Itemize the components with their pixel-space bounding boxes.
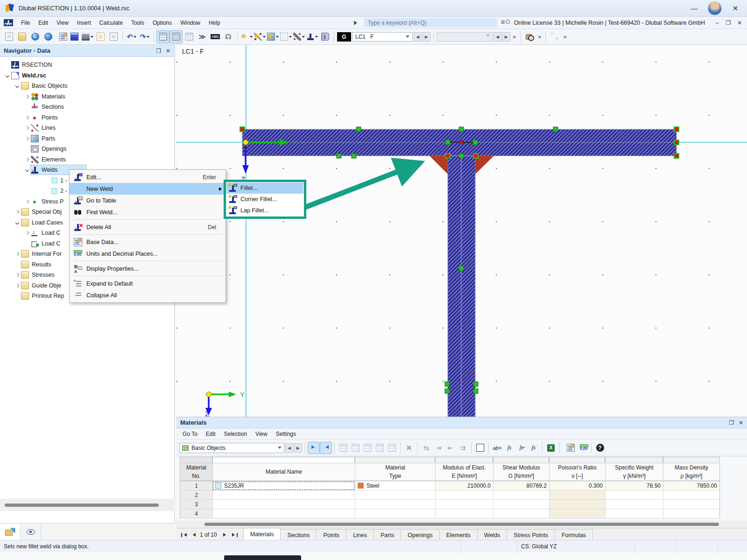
doc-minimize-button[interactable]: – xyxy=(712,20,722,26)
materials-menu-view[interactable]: View xyxy=(251,429,272,439)
delete-row-button[interactable] xyxy=(433,442,444,454)
scripting-console-button[interactable] xyxy=(196,31,208,43)
next-record-button[interactable] xyxy=(222,532,229,538)
cell-weight[interactable] xyxy=(605,509,663,518)
tree-item-elements[interactable]: Elements xyxy=(0,154,174,165)
tree-item-materials[interactable]: Materials xyxy=(0,91,174,102)
delete-table-button[interactable] xyxy=(403,442,415,454)
result-prev-button[interactable]: ◀ xyxy=(493,32,501,42)
cell-no[interactable]: 1 xyxy=(180,481,212,490)
panels-toggle-button[interactable] xyxy=(183,31,195,43)
cell-type[interactable] xyxy=(355,500,435,509)
menu-insert[interactable]: Insert xyxy=(73,18,95,28)
tab-materials[interactable]: Materials xyxy=(243,528,281,540)
formula-delete-button[interactable]: fx̶ xyxy=(516,442,527,454)
sync-selection-button[interactable] xyxy=(320,442,331,454)
copy-row-button[interactable] xyxy=(421,442,432,454)
col-header-no[interactable]: MaterialNo. xyxy=(180,463,212,481)
cell-modulus[interactable] xyxy=(435,500,493,509)
menu-tools[interactable]: Tools xyxy=(127,18,148,28)
cell-name[interactable] xyxy=(212,500,355,509)
move-left-button[interactable] xyxy=(445,442,456,454)
cell-weight[interactable] xyxy=(605,500,663,509)
tree-item-openings[interactable]: Openings xyxy=(0,144,174,154)
toolbar-overflow-icon[interactable]: » xyxy=(511,33,517,40)
help-button[interactable]: ? xyxy=(594,442,606,454)
cell-density[interactable] xyxy=(663,490,720,500)
fill-table-button[interactable] xyxy=(362,442,373,454)
tree-item-parts[interactable]: Parts xyxy=(0,133,174,144)
menu-item-units[interactable]: Units and Decimal Places... xyxy=(70,248,226,259)
navigator-hscrollbar[interactable] xyxy=(0,499,175,511)
cell-shear[interactable] xyxy=(493,509,549,518)
new-dimension-button[interactable] xyxy=(293,31,305,43)
move-right-button[interactable] xyxy=(457,442,468,454)
tree-item-weld-rsc[interactable]: Weld.rsc xyxy=(0,70,174,81)
cell-poisson[interactable] xyxy=(549,500,605,509)
navigator-close-button[interactable]: ✕ xyxy=(166,48,170,54)
minimize-button[interactable]: — xyxy=(687,3,701,14)
tree-item-sections[interactable]: Sections xyxy=(0,102,174,112)
materials-menu-settings[interactable]: Settings xyxy=(272,429,300,439)
tab-parts[interactable]: Parts xyxy=(374,529,401,540)
menu-item-find-weld[interactable]: Find Weld... xyxy=(70,206,226,218)
redo-button[interactable] xyxy=(139,31,151,43)
view-overflow-icon[interactable]: » xyxy=(536,33,543,40)
tree-item-points[interactable]: Points xyxy=(0,112,174,123)
cell-modulus[interactable] xyxy=(435,490,493,500)
new-model-button[interactable] xyxy=(3,31,15,43)
menu-edit[interactable]: Edit xyxy=(34,18,52,28)
menu-item-display-properties[interactable]: Display Properties... xyxy=(70,263,226,274)
materials-close-button[interactable]: ✕ xyxy=(739,420,743,426)
materials-menu-selection[interactable]: Selection xyxy=(220,429,251,439)
tab-welds[interactable]: Welds xyxy=(477,529,507,540)
col-header-type[interactable]: MaterialType xyxy=(355,463,435,481)
col-header-shear[interactable]: Shear ModulusG [N/mm²] xyxy=(493,463,549,481)
col-header-poisson[interactable]: Poisson's Ratioν [--] xyxy=(549,463,605,481)
col-header-modulus[interactable]: Modulus of Elast.E [N/mm²] xyxy=(435,463,493,481)
printout-report-button[interactable] xyxy=(107,31,120,43)
cell-density[interactable] xyxy=(663,500,720,509)
table-row[interactable]: 4 xyxy=(180,509,720,518)
cell-no[interactable]: 2 xyxy=(180,490,212,500)
search-filter-icon[interactable] xyxy=(501,19,510,27)
menu-item-base-data[interactable]: Base Data... xyxy=(70,236,226,248)
menu-item-go-to-table[interactable]: Go to Table xyxy=(70,195,226,206)
cell-poisson[interactable] xyxy=(549,490,605,500)
insert-row-button[interactable] xyxy=(338,442,349,454)
cell-name[interactable] xyxy=(212,509,355,518)
import-base-data-button[interactable] xyxy=(563,442,575,454)
row-mode-button[interactable] xyxy=(350,442,361,454)
tab-lines[interactable]: Lines xyxy=(346,529,374,540)
doc-restore-button[interactable]: ❐ xyxy=(724,20,733,26)
result-next-button[interactable]: ▶ xyxy=(502,32,510,42)
save-button[interactable] xyxy=(68,31,80,43)
materials-menu-goto[interactable]: Go To xyxy=(178,429,202,439)
rotate-view-button[interactable] xyxy=(549,31,561,43)
model-sphere-button[interactable] xyxy=(42,31,54,43)
col-header-weight[interactable]: Specific Weightγ [kN/m³] xyxy=(605,463,663,481)
case-prev-button[interactable]: ◀ xyxy=(414,32,422,42)
pattern-table-button[interactable] xyxy=(374,442,385,454)
close-button[interactable]: ✕ xyxy=(728,3,742,14)
first-record-button[interactable] xyxy=(180,532,188,538)
cell-type[interactable] xyxy=(355,490,435,500)
tables-toggle-button[interactable] xyxy=(170,31,182,43)
dlubal-center-button[interactable] xyxy=(29,31,41,43)
search-collapse-icon[interactable] xyxy=(354,21,359,25)
table-row[interactable]: 1 S235JR Steel 210000.0 80769.2 0.300 78… xyxy=(180,481,720,490)
menu-view[interactable]: View xyxy=(52,18,73,28)
table-row[interactable]: 2 xyxy=(180,490,720,500)
t-section[interactable] xyxy=(242,129,677,417)
cell-shear[interactable] xyxy=(493,500,549,509)
library-button[interactable] xyxy=(319,31,331,43)
scope-next-button[interactable]: ▶ xyxy=(294,443,302,453)
pan-zoom-button[interactable] xyxy=(523,31,536,43)
col-header-density[interactable]: Mass Densityρ [kg/m³] xyxy=(663,463,720,481)
tree-item-rsection[interactable]: RSECTION xyxy=(0,60,174,70)
tab-stress-points[interactable]: Stress Points xyxy=(507,529,555,540)
cell-poisson[interactable]: 0.300 xyxy=(549,481,605,490)
user-avatar[interactable] xyxy=(708,1,722,15)
menu-calculate[interactable]: Calculate xyxy=(95,18,127,28)
tree-item-basic-objects[interactable]: Basic Objects xyxy=(0,81,174,91)
